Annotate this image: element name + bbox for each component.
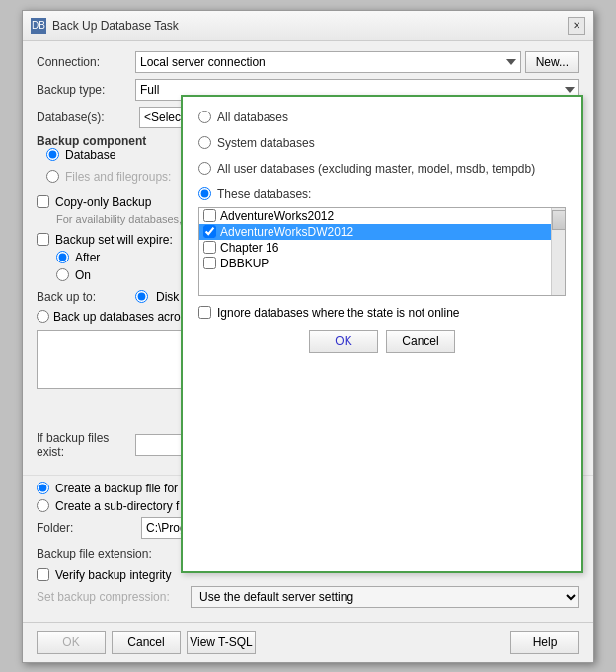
these-databases-label: These databases: — [217, 187, 311, 201]
if-backup-label: If backup files exist: — [37, 431, 135, 459]
ignore-checkbox[interactable] — [198, 306, 211, 319]
db-item-3[interactable]: DBBKUP — [199, 256, 565, 271]
db-item-1[interactable]: AdventureWorksDW2012 — [199, 224, 565, 240]
dialog-window: DB Back Up Database Task ✕ Connection: L… — [22, 10, 594, 663]
verify-checkbox[interactable] — [37, 568, 49, 581]
system-databases-radio[interactable] — [198, 136, 211, 149]
connection-dropdown[interactable]: Local server connection — [135, 51, 521, 73]
ok-button[interactable]: OK — [37, 631, 106, 654]
these-databases-radio[interactable] — [198, 187, 211, 200]
across-radio[interactable] — [37, 310, 49, 323]
disk-label: Disk — [156, 290, 179, 304]
system-databases-option: System databases — [198, 136, 566, 150]
db-name-1: AdventureWorksDW2012 — [220, 225, 353, 239]
popup-buttons: OK Cancel — [198, 330, 566, 353]
title-icon: DB — [31, 18, 46, 34]
on-radio[interactable] — [56, 268, 69, 281]
on-radio-label: On — [75, 268, 91, 282]
view-tsql-button[interactable]: View T-SQL — [187, 631, 256, 654]
compress-dropdown[interactable]: Use the default server setting — [191, 586, 579, 608]
folder-label: Folder: — [37, 521, 135, 535]
all-user-databases-option: All user databases (excluding master, mo… — [198, 162, 566, 176]
db-checkbox-0[interactable] — [203, 209, 216, 222]
footer-left-buttons: OK Cancel View T-SQL — [37, 631, 256, 654]
all-user-databases-radio[interactable] — [198, 162, 211, 175]
ignore-label: Ignore databases where the state is not … — [217, 306, 460, 320]
db-name-3: DBBKUP — [220, 257, 269, 270]
database-radio[interactable] — [46, 148, 59, 161]
verify-label: Verify backup integrity — [55, 568, 171, 582]
create-backup-radio[interactable] — [37, 482, 49, 494]
close-button[interactable]: ✕ — [568, 17, 585, 35]
all-databases-option: All databases — [198, 111, 566, 124]
popup-cancel-button[interactable]: Cancel — [386, 330, 455, 353]
db-list: AdventureWorks2012 AdventureWorksDW2012 … — [198, 207, 566, 296]
availability-label: For availability databases, m — [56, 213, 193, 225]
db-item-2[interactable]: Chapter 16 — [199, 240, 565, 256]
backup-component-label: Backup component — [37, 134, 146, 148]
dialog-footer: OK Cancel View T-SQL Help — [23, 622, 593, 662]
backup-type-label: Backup type: — [37, 83, 135, 97]
backup-expire-checkbox[interactable] — [37, 233, 49, 246]
all-databases-label: All databases — [217, 111, 288, 124]
copy-only-label: Copy-only Backup — [55, 195, 151, 209]
these-databases-section: These databases: AdventureWorks2012 Adve… — [198, 187, 566, 353]
new-connection-button[interactable]: New... — [525, 51, 579, 73]
connection-label: Connection: — [37, 55, 135, 69]
all-databases-radio[interactable] — [198, 111, 211, 123]
cancel-button[interactable]: Cancel — [112, 631, 181, 654]
scrollbar-track — [551, 208, 565, 295]
files-radio-label: Files and filegroups: — [65, 170, 171, 184]
system-databases-label: System databases — [217, 136, 315, 150]
backup-to-label: Back up to: — [37, 290, 135, 304]
database-select-popup: All databases System databases All user … — [181, 95, 583, 573]
compress-label: Set backup compression: — [37, 590, 185, 604]
db-name-0: AdventureWorks2012 — [220, 209, 334, 223]
database-radio-label: Database — [65, 148, 116, 162]
title-bar: DB Back Up Database Task ✕ — [23, 11, 593, 41]
after-radio[interactable] — [56, 251, 69, 263]
db-checkbox-1[interactable] — [203, 225, 216, 238]
dialog-title: Back Up Database Task — [52, 19, 179, 33]
popup-ok-button[interactable]: OK — [309, 330, 378, 353]
these-databases-header: These databases: — [198, 187, 566, 201]
db-checkbox-2[interactable] — [203, 241, 216, 254]
db-item-0[interactable]: AdventureWorks2012 — [199, 208, 565, 224]
ignore-row: Ignore databases where the state is not … — [198, 306, 566, 320]
after-radio-label: After — [75, 251, 100, 264]
databases-label: Database(s): — [37, 111, 135, 124]
disk-radio[interactable] — [135, 290, 148, 303]
connection-row: Connection: Local server connection New.… — [37, 51, 579, 73]
db-checkbox-3[interactable] — [203, 257, 216, 269]
db-name-2: Chapter 16 — [220, 241, 278, 255]
backup-expire-label: Backup set will expire: — [55, 233, 173, 247]
copy-only-checkbox[interactable] — [37, 195, 49, 208]
compress-row: Set backup compression: Use the default … — [37, 586, 579, 608]
create-subdir-radio[interactable] — [37, 499, 49, 512]
help-button[interactable]: Help — [510, 631, 579, 654]
create-backup-label: Create a backup file for eve — [55, 482, 200, 495]
create-subdir-label: Create a sub-directory f — [55, 499, 179, 513]
all-user-databases-label: All user databases (excluding master, mo… — [217, 162, 535, 176]
scrollbar-thumb[interactable] — [552, 210, 566, 230]
files-radio[interactable] — [46, 170, 59, 183]
extension-label: Backup file extension: — [37, 547, 185, 560]
